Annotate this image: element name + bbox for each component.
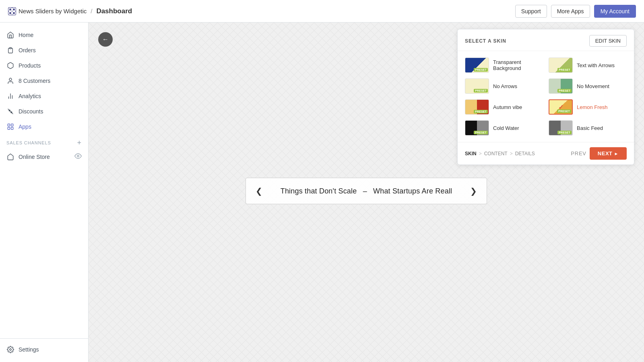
add-sales-channel-icon[interactable]: +: [77, 139, 82, 146]
skin-item-cold[interactable]: PRESET Cold Water: [465, 120, 543, 136]
skin-item-no-movement[interactable]: PRESET No Movement: [549, 78, 627, 94]
skin-name-basic: Basic Feed: [577, 125, 603, 131]
preset-badge: PRESET: [474, 68, 488, 72]
skin-thumb-no-arrows: PRESET: [465, 78, 489, 94]
home-icon: [6, 31, 14, 39]
app-icon: [8, 7, 16, 15]
sidebar-bottom: Settings: [0, 338, 88, 357]
apps-icon: [6, 123, 14, 131]
skin-thumb-text-arrows: PRESET: [549, 58, 573, 73]
svg-rect-13: [8, 128, 10, 130]
page-title: Dashboard: [96, 7, 132, 15]
app-name-label: News Sliders by Widgetic: [19, 8, 87, 14]
skin-item-no-arrows[interactable]: PRESET No Arrows: [465, 78, 543, 94]
slider-preview: ❮ Things that Don't Scale – What Startup…: [246, 178, 487, 204]
svg-point-16: [10, 349, 12, 351]
skin-thumb-transparent: PRESET: [465, 58, 489, 73]
sidebar-apps-label: Apps: [19, 123, 31, 130]
skin-name-transparent: Transparent Background: [493, 59, 543, 71]
sales-channels-section: SALES CHANNELS +: [0, 134, 88, 149]
sidebar-item-customers[interactable]: 8 Customers: [0, 73, 88, 88]
svg-rect-1: [12, 8, 15, 11]
topbar-left: News Sliders by Widgetic / Dashboard: [8, 7, 132, 15]
skin-name-no-movement: No Movement: [577, 83, 609, 89]
sidebar-item-discounts[interactable]: Discounts: [0, 104, 88, 119]
sales-channels-label: SALES CHANNELS: [6, 140, 51, 145]
preset-badge: PRESET: [557, 89, 572, 93]
skin-name-autumn: Autumn vibe: [493, 104, 522, 110]
slide-content: Things that Don't Scale – What Startups …: [281, 187, 452, 195]
svg-rect-3: [12, 12, 15, 14]
svg-rect-11: [8, 124, 10, 126]
preset-badge: PRESET: [474, 110, 488, 113]
preset-badge: PRESET: [474, 89, 488, 93]
sidebar-item-apps[interactable]: Apps: [0, 119, 88, 134]
skin-grid: PRESET Transparent Background PRESET Tex…: [458, 51, 634, 142]
slide-text-1: Things that Don't Scale: [281, 187, 357, 195]
breadcrumb-separator: /: [91, 8, 92, 14]
sidebar-customers-label: 8 Customers: [19, 78, 50, 84]
next-button[interactable]: NEXT ►: [590, 147, 627, 160]
analytics-icon: [6, 92, 14, 100]
sidebar-item-settings[interactable]: Settings: [0, 342, 88, 357]
sep1: >: [479, 151, 482, 156]
sidebar: Home Orders Products 8 Customers: [0, 23, 89, 362]
app-title: News Sliders by Widgetic / Dashboard: [8, 7, 132, 15]
sidebar-home-label: Home: [19, 32, 33, 38]
wizard-footer-buttons: PREV NEXT ►: [571, 147, 627, 160]
slide-text-2: What Startups Are Reall: [373, 187, 452, 195]
skin-thumb-lemon: PRESET ✓: [549, 99, 573, 115]
sidebar-discounts-label: Discounts: [19, 108, 43, 115]
skin-thumb-basic: PRESET: [549, 120, 573, 136]
sidebar-item-analytics[interactable]: Analytics: [0, 88, 88, 104]
step-content: CONTENT: [484, 151, 508, 156]
svg-rect-2: [9, 12, 12, 14]
preset-badge: PRESET: [557, 131, 572, 134]
skin-item-basic[interactable]: PRESET Basic Feed: [549, 120, 627, 136]
edit-skin-button[interactable]: EDIT SKIN: [589, 35, 627, 47]
skin-panel: SELECT A SKIN EDIT SKIN PRESET Transpare…: [457, 29, 634, 165]
main-content: ← ❮ Things that Don't Scale – What Start…: [89, 23, 644, 362]
skin-panel-title: SELECT A SKIN: [465, 38, 506, 44]
prev-button[interactable]: PREV: [571, 150, 586, 156]
preset-badge: PRESET: [474, 131, 488, 134]
skin-name-cold: Cold Water: [493, 125, 519, 131]
skin-item-text-arrows[interactable]: PRESET Text with Arrows: [549, 58, 627, 73]
skin-name-no-arrows: No Arrows: [493, 83, 517, 89]
settings-icon: [6, 346, 14, 354]
sidebar-item-home[interactable]: Home: [0, 27, 88, 43]
step-details: DETAILS: [515, 151, 535, 156]
account-button[interactable]: My Account: [594, 5, 636, 18]
more-apps-button[interactable]: More Apps: [551, 5, 590, 18]
svg-point-5: [9, 78, 12, 80]
skin-item-transparent[interactable]: PRESET Transparent Background: [465, 58, 543, 73]
next-arrow-icon: ►: [614, 151, 619, 156]
customers-icon: [6, 77, 14, 85]
wizard-breadcrumb: SKIN > CONTENT > DETAILS: [465, 151, 535, 156]
layout: Home Orders Products 8 Customers: [0, 23, 644, 362]
skin-name-text-arrows: Text with Arrows: [577, 62, 615, 68]
skin-thumb-autumn: PRESET: [465, 99, 489, 115]
slider-prev-arrow[interactable]: ❮: [256, 186, 262, 196]
svg-rect-4: [10, 47, 12, 49]
products-icon: [6, 62, 14, 70]
step-skin: SKIN: [465, 151, 477, 156]
svg-rect-14: [11, 128, 13, 130]
online-store-icon: [6, 153, 14, 161]
support-button[interactable]: Support: [515, 5, 547, 18]
slider-next-arrow[interactable]: ❯: [470, 186, 477, 196]
lemon-selected-check: ✓: [558, 103, 564, 111]
topbar: News Sliders by Widgetic / Dashboard Sup…: [0, 0, 644, 23]
preset-badge: PRESET: [557, 68, 572, 72]
settings-label: Settings: [19, 346, 39, 353]
skin-panel-footer: SKIN > CONTENT > DETAILS PREV NEXT ►: [458, 142, 634, 165]
online-store-label: Online Store: [19, 154, 50, 160]
skin-item-lemon[interactable]: PRESET ✓ Lemon Fresh: [549, 99, 627, 115]
svg-rect-12: [11, 124, 13, 126]
sidebar-item-products[interactable]: Products: [0, 58, 88, 73]
sidebar-item-online-store[interactable]: Online Store: [0, 149, 88, 165]
back-button[interactable]: ←: [98, 32, 113, 47]
skin-name-lemon: Lemon Fresh: [577, 104, 608, 110]
skin-item-autumn[interactable]: PRESET Autumn vibe: [465, 99, 543, 115]
sidebar-item-orders[interactable]: Orders: [0, 43, 88, 58]
